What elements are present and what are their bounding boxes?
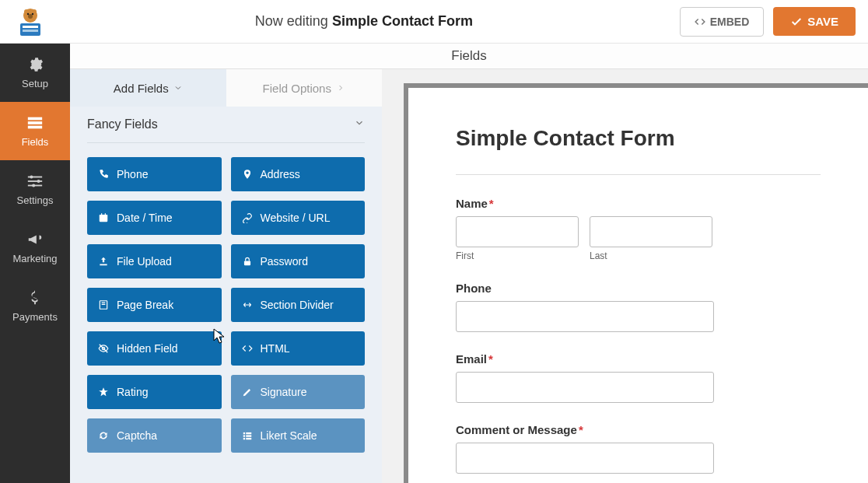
comment-input[interactable] bbox=[456, 443, 714, 474]
svg-rect-20 bbox=[101, 213, 102, 215]
required-marker: * bbox=[489, 197, 494, 210]
phone-label: Phone bbox=[456, 282, 821, 295]
field-button-label: Section Divider bbox=[261, 299, 334, 311]
field-button-website-url[interactable]: Website / URL bbox=[231, 201, 366, 235]
left-nav: Setup Fields Settings Marketing Payments bbox=[0, 44, 70, 483]
field-button-section-divider[interactable]: Section Divider bbox=[231, 288, 366, 322]
field-button-page-break[interactable]: Page Break bbox=[87, 288, 222, 322]
svg-rect-31 bbox=[246, 438, 251, 439]
required-marker: * bbox=[579, 423, 583, 436]
embed-button[interactable]: EMBED bbox=[680, 7, 765, 37]
nav-setup[interactable]: Setup bbox=[0, 44, 70, 102]
email-label: Email* bbox=[456, 352, 821, 366]
tab-add-label: Add Fields bbox=[114, 82, 169, 95]
field-button-phone[interactable]: Phone bbox=[87, 157, 222, 191]
nav-settings-label: Settings bbox=[17, 194, 54, 206]
check-icon bbox=[790, 16, 803, 28]
nav-marketing[interactable]: Marketing bbox=[0, 219, 70, 277]
field-button-label: Hidden Field bbox=[117, 342, 178, 355]
svg-rect-7 bbox=[23, 26, 38, 28]
arrows-h-icon bbox=[242, 299, 253, 310]
field-button-label: Captcha bbox=[117, 429, 157, 442]
field-button-label: HTML bbox=[261, 342, 290, 355]
last-name-input[interactable] bbox=[590, 216, 712, 247]
chevron-right-icon bbox=[336, 83, 345, 93]
phone-input[interactable] bbox=[456, 301, 714, 332]
svg-rect-26 bbox=[243, 432, 244, 434]
svg-rect-27 bbox=[246, 432, 251, 434]
fields-panel: Add Fields Field Options Fancy Fields bbox=[70, 69, 382, 483]
tab-field-options[interactable]: Field Options bbox=[226, 69, 383, 107]
panel-body[interactable]: Add Fields Field Options Fancy Fields bbox=[70, 69, 382, 483]
editing-title: Now editing Simple Contact Form bbox=[48, 13, 680, 30]
svg-rect-30 bbox=[243, 438, 244, 439]
nav-fields-label: Fields bbox=[22, 136, 49, 148]
field-button-label: Password bbox=[261, 255, 308, 268]
panel-header: Fields bbox=[70, 44, 868, 69]
upload-icon bbox=[98, 256, 109, 267]
field-button-hidden-field[interactable]: Hidden Field bbox=[87, 331, 222, 366]
chevron-down-icon bbox=[173, 83, 183, 93]
form-canvas: Simple Contact Form Name* First bbox=[382, 69, 868, 483]
svg-point-4 bbox=[27, 12, 29, 14]
map-pin-icon bbox=[242, 169, 253, 180]
canvas-area[interactable]: Simple Contact Form Name* First bbox=[382, 69, 868, 483]
field-button-likert-scale: Likert Scale bbox=[231, 418, 366, 453]
list-icon bbox=[242, 430, 253, 441]
comment-label: Comment or Message* bbox=[456, 423, 821, 436]
svg-point-15 bbox=[30, 175, 33, 178]
field-button-label: Signature bbox=[261, 386, 307, 398]
svg-rect-22 bbox=[243, 261, 250, 265]
field-button-address[interactable]: Address bbox=[231, 157, 366, 191]
svg-point-5 bbox=[32, 12, 33, 14]
accordion-fancy-fields[interactable]: Fancy Fields bbox=[70, 107, 382, 142]
panel-header-label: Fields bbox=[451, 48, 486, 64]
app-logo bbox=[12, 6, 48, 37]
embed-label: EMBED bbox=[710, 16, 750, 28]
field-button-file-upload[interactable]: File Upload bbox=[87, 244, 222, 278]
field-email[interactable]: Email* bbox=[456, 352, 821, 403]
field-button-label: Phone bbox=[117, 168, 148, 180]
sliders-icon bbox=[26, 173, 44, 190]
save-button[interactable]: SAVE bbox=[773, 7, 856, 36]
divider bbox=[87, 142, 365, 143]
first-sublabel: First bbox=[456, 250, 579, 261]
form-title: Simple Contact Form bbox=[456, 126, 821, 151]
fields-icon bbox=[26, 114, 44, 131]
svg-rect-10 bbox=[28, 121, 42, 124]
page-break-icon bbox=[98, 299, 109, 310]
field-grid: PhoneAddressDate / TimeWebsite / URLFile… bbox=[70, 157, 382, 468]
field-button-html[interactable]: HTML bbox=[231, 331, 366, 366]
svg-rect-19 bbox=[100, 215, 108, 216]
field-phone[interactable]: Phone bbox=[456, 282, 821, 332]
field-button-date-time[interactable]: Date / Time bbox=[87, 201, 222, 235]
first-name-input[interactable] bbox=[456, 216, 579, 247]
field-name[interactable]: Name* First Last bbox=[456, 197, 821, 261]
chevron-down-icon bbox=[354, 117, 365, 131]
tab-add-fields[interactable]: Add Fields bbox=[70, 69, 226, 107]
top-bar: Now editing Simple Contact Form EMBED SA… bbox=[0, 0, 868, 44]
panel-tabs: Add Fields Field Options bbox=[70, 69, 382, 107]
svg-rect-11 bbox=[28, 126, 42, 129]
svg-point-3 bbox=[28, 14, 33, 19]
svg-rect-21 bbox=[105, 213, 106, 215]
svg-point-17 bbox=[32, 184, 35, 187]
field-button-rating[interactable]: Rating bbox=[87, 375, 222, 409]
save-label: SAVE bbox=[807, 15, 838, 28]
form-card: Simple Contact Form Name* First bbox=[408, 88, 868, 483]
field-comment[interactable]: Comment or Message* bbox=[456, 423, 821, 474]
nav-fields[interactable]: Fields bbox=[0, 102, 70, 160]
email-input[interactable] bbox=[456, 372, 714, 403]
gear-icon bbox=[26, 56, 44, 73]
field-button-label: Address bbox=[261, 168, 300, 180]
field-button-password[interactable]: Password bbox=[231, 244, 366, 278]
star-icon bbox=[98, 387, 109, 397]
nav-payments[interactable]: Payments bbox=[0, 277, 70, 335]
accordion-title: Fancy Fields bbox=[87, 117, 158, 131]
phone-icon bbox=[98, 169, 109, 180]
code-icon bbox=[695, 16, 705, 27]
required-marker: * bbox=[488, 352, 493, 366]
divider bbox=[456, 174, 821, 175]
svg-rect-8 bbox=[23, 30, 38, 32]
nav-settings[interactable]: Settings bbox=[0, 160, 70, 219]
